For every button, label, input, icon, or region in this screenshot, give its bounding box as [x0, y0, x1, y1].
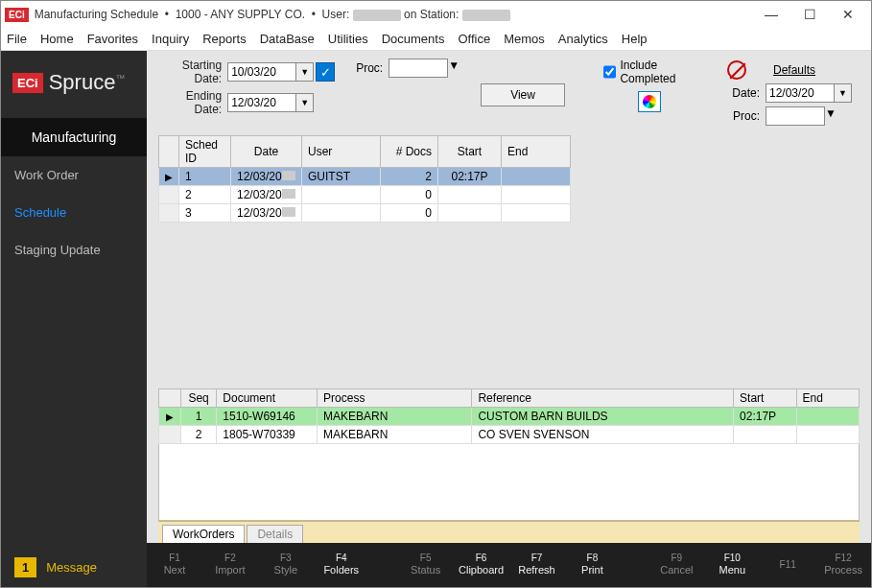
brand-logo: ECi Spruce™	[1, 51, 147, 118]
schedule-grid[interactable]: Sched ID Date User # Docs Start End ▶ 1 …	[158, 135, 571, 223]
tab-details[interactable]: Details	[247, 525, 303, 543]
proc-dropdown[interactable]: ▼	[448, 59, 460, 78]
proc-input[interactable]	[389, 59, 448, 78]
fkey-f12[interactable]: F12Process	[815, 553, 871, 576]
workorder-row[interactable]: 2 1805-W70339 MAKEBARN CO SVEN SVENSON	[159, 426, 860, 444]
default-date-dropdown[interactable]: ▼	[835, 83, 852, 103]
fkey-f5[interactable]: F5Status	[398, 553, 454, 576]
col-document[interactable]: Document	[217, 389, 318, 408]
fkey-f2[interactable]: F2Import	[202, 553, 258, 576]
brand-name: Spruce™	[49, 70, 126, 95]
tab-workorders[interactable]: WorkOrders	[162, 525, 245, 543]
user-redacted	[353, 10, 401, 21]
menu-analytics[interactable]: Analytics	[558, 32, 608, 46]
fkey-f9[interactable]: F9Cancel	[648, 553, 704, 576]
menu-documents[interactable]: Documents	[382, 32, 445, 46]
menu-reports[interactable]: Reports	[202, 32, 247, 46]
workorders-grid[interactable]: Seq Document Process Reference Start End…	[158, 388, 860, 444]
col-seq[interactable]: Seq	[180, 389, 216, 408]
defaults-header: Defaults	[773, 63, 815, 77]
col-start[interactable]: Start	[438, 136, 502, 168]
schedule-row[interactable]: ▶ 1 12/03/20 GUITST 2 02:17P	[159, 168, 571, 186]
starting-date-apply-check[interactable]: ✓	[316, 62, 335, 82]
default-date-input[interactable]	[766, 83, 835, 103]
starting-date-input[interactable]	[227, 62, 296, 82]
menu-database[interactable]: DataBase	[260, 32, 315, 46]
menu-memos[interactable]: Memos	[504, 32, 545, 46]
sidebar: ECi Spruce™ Manufacturing Work Order Sch…	[1, 51, 147, 587]
minimize-button[interactable]: —	[752, 1, 790, 28]
fkey-f3[interactable]: F3Style	[258, 553, 314, 576]
menu-office[interactable]: Office	[458, 32, 490, 46]
starting-date-dropdown[interactable]: ▼	[296, 62, 314, 82]
fkey-f10[interactable]: F10Menu	[704, 553, 760, 576]
workorder-row[interactable]: ▶ 1 1510-W69146 MAKEBARN CUSTOM BARN BUI…	[159, 408, 860, 426]
menu-inquiry[interactable]: Inquiry	[152, 32, 189, 46]
default-date-label: Date:	[727, 86, 760, 100]
fkey-f8[interactable]: F8Print	[564, 553, 620, 576]
station-redacted	[462, 10, 510, 21]
menu-favorites[interactable]: Favorites	[87, 32, 138, 46]
menubar: File Home Favorites Inquiry Reports Data…	[1, 28, 871, 51]
proc-label: Proc:	[356, 61, 383, 75]
close-button[interactable]: ✕	[829, 1, 867, 28]
main-panel: Starting Date: ▼ ✓ Ending Date: ▼ Proc:	[147, 51, 871, 587]
fkey-f11[interactable]: F11	[760, 559, 815, 571]
col-end2[interactable]: End	[796, 389, 859, 408]
defaults-panel: Defaults Date: ▼ Proc: ▼	[719, 59, 860, 128]
color-picker-button[interactable]	[638, 91, 661, 112]
col-sched-id[interactable]: Sched ID	[179, 136, 231, 168]
default-proc-input[interactable]	[766, 106, 825, 126]
function-key-bar: F1Next F2Import F3Style F4Folders F5Stat…	[147, 543, 871, 587]
col-user[interactable]: User	[302, 136, 381, 168]
sidebar-message[interactable]: 1 Message	[1, 548, 147, 587]
view-button[interactable]: View	[481, 83, 565, 106]
default-proc-dropdown[interactable]: ▼	[825, 106, 837, 126]
include-completed-label: Include Completed	[620, 59, 712, 85]
sidebar-item-staging-update[interactable]: Staging Update	[1, 231, 147, 269]
menu-file[interactable]: File	[7, 32, 27, 46]
message-count-badge: 1	[14, 557, 36, 577]
sidebar-item-schedule[interactable]: Schedule	[1, 194, 147, 231]
ending-date-input[interactable]	[227, 93, 296, 112]
col-docs[interactable]: # Docs	[381, 136, 438, 168]
include-completed-input[interactable]	[603, 65, 616, 79]
message-label: Message	[46, 560, 97, 575]
sidebar-header: Manufacturing	[1, 118, 147, 156]
schedule-row[interactable]: 2 12/03/20 0	[159, 186, 571, 204]
col-date[interactable]: Date	[231, 136, 302, 168]
menu-home[interactable]: Home	[40, 32, 74, 46]
eci-badge: ECi	[12, 73, 43, 93]
fkey-f1[interactable]: F1Next	[147, 553, 202, 576]
fkey-f7[interactable]: F7Refresh	[509, 553, 565, 576]
eci-logo-small: ECi	[5, 8, 29, 22]
col-process[interactable]: Process	[318, 389, 472, 408]
col-start2[interactable]: Start	[734, 389, 796, 408]
schedule-row[interactable]: 3 12/03/20 0	[159, 204, 571, 223]
titlebar: ECi Manufacturing Schedule • 1000 - ANY …	[1, 1, 871, 28]
menu-utilities[interactable]: Utilities	[328, 32, 368, 46]
starting-date-label: Starting Date:	[158, 59, 222, 85]
col-end[interactable]: End	[502, 136, 571, 168]
row-selector-icon[interactable]: ▶	[159, 408, 181, 426]
row-selector-icon[interactable]: ▶	[159, 168, 179, 186]
detail-tabs: WorkOrders Details	[158, 521, 860, 543]
maximize-button[interactable]: ☐	[790, 1, 829, 28]
ending-date-label: Ending Date:	[158, 89, 222, 116]
sidebar-item-work-order[interactable]: Work Order	[1, 156, 147, 194]
no-timer-icon[interactable]	[727, 60, 746, 80]
color-wheel-icon	[643, 95, 656, 108]
include-completed-checkbox[interactable]: Include Completed	[603, 59, 712, 85]
window-title: Manufacturing Schedule • 1000 - ANY SUPP…	[35, 8, 752, 21]
menu-help[interactable]: Help	[622, 32, 648, 46]
col-reference[interactable]: Reference	[472, 389, 734, 408]
ending-date-dropdown[interactable]: ▼	[296, 93, 314, 112]
default-proc-label: Proc:	[727, 109, 760, 123]
fkey-f4[interactable]: F4Folders	[314, 553, 369, 576]
fkey-f6[interactable]: F6Clipboard	[454, 553, 509, 576]
